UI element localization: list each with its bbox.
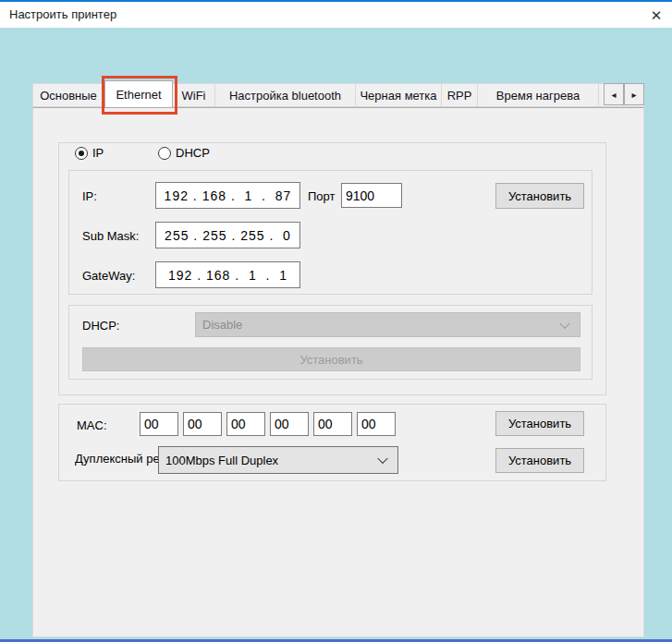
- tab-strip: Основные Ethernet WiFi Настройка bluetoo…: [32, 80, 644, 107]
- mac-octet-6-input[interactable]: [357, 412, 396, 436]
- tab-ethernet[interactable]: Ethernet: [104, 80, 173, 107]
- duplex-label: Дуплексный режи: [75, 452, 159, 466]
- tab-wifi[interactable]: WiFi: [173, 83, 215, 107]
- tab-osnovnye[interactable]: Основные: [32, 83, 104, 107]
- submask-input[interactable]: [155, 222, 300, 248]
- tab-scroll-left-icon[interactable]: ◂: [604, 83, 624, 105]
- chevron-down-icon: [559, 318, 569, 328]
- tab-rpp[interactable]: RPP: [442, 83, 478, 107]
- ip-input[interactable]: [155, 182, 300, 209]
- radio-dhcp[interactable]: DHCP: [158, 146, 210, 160]
- gateway-label: GateWay:: [82, 269, 135, 283]
- tab-scroll-right-icon[interactable]: ▸: [624, 83, 644, 105]
- tab-scroll-buttons: ◂ ▸: [604, 83, 644, 105]
- mac-label: MAC:: [77, 418, 107, 432]
- submask-label: Sub Mask:: [82, 229, 139, 243]
- tab-heating-time[interactable]: Время нагрева: [478, 83, 599, 107]
- dhcp-label: DHCP:: [82, 319, 119, 333]
- ethernet-tab-page: IP DHCP IP: Порт Установить Sub Mask: Ga…: [32, 107, 644, 637]
- dhcp-dropdown-value: Disable: [202, 318, 242, 332]
- ip-label: IP:: [82, 189, 97, 203]
- radio-ip-circle: [75, 147, 88, 160]
- dialog-body: Основные Ethernet WiFi Настройка bluetoo…: [0, 28, 672, 639]
- tab-bluetooth[interactable]: Настройка bluetooth: [215, 83, 356, 107]
- radio-ip-label: IP: [92, 146, 104, 160]
- set-mac-button[interactable]: Установить: [495, 411, 584, 436]
- mac-octet-5-input[interactable]: [313, 412, 352, 436]
- radio-ip[interactable]: IP: [75, 146, 104, 160]
- set-ip-button[interactable]: Установить: [495, 183, 584, 209]
- mac-octet-1-input[interactable]: [140, 412, 178, 436]
- tab-black-mark[interactable]: Черная метка: [356, 83, 442, 107]
- gateway-input[interactable]: [155, 261, 300, 288]
- duplex-dropdown[interactable]: 100Mbps Full Duplex: [158, 446, 398, 474]
- chevron-down-icon: [377, 454, 387, 464]
- mac-octet-3-input[interactable]: [226, 412, 265, 436]
- printer-settings-dialog: Настроить принтер ✕ Основные Ethernet Wi…: [0, 0, 672, 642]
- set-dhcp-button: Установить: [82, 347, 580, 371]
- set-duplex-button[interactable]: Установить: [495, 448, 584, 473]
- dhcp-dropdown: Disable: [195, 312, 580, 337]
- port-input[interactable]: [341, 183, 402, 208]
- radio-dhcp-circle: [158, 147, 171, 160]
- mac-octet-4-input[interactable]: [270, 412, 309, 436]
- close-icon[interactable]: ✕: [645, 5, 667, 27]
- title-bar: Настроить принтер ✕: [0, 2, 672, 28]
- port-label: Порт: [308, 189, 335, 203]
- radio-dhcp-label: DHCP: [176, 146, 210, 160]
- tabs-row: Основные Ethernet WiFi Настройка bluetoo…: [32, 80, 644, 107]
- window-title: Настроить принтер: [9, 2, 116, 28]
- mac-octet-2-input[interactable]: [183, 412, 222, 436]
- duplex-dropdown-value: 100Mbps Full Duplex: [165, 454, 278, 467]
